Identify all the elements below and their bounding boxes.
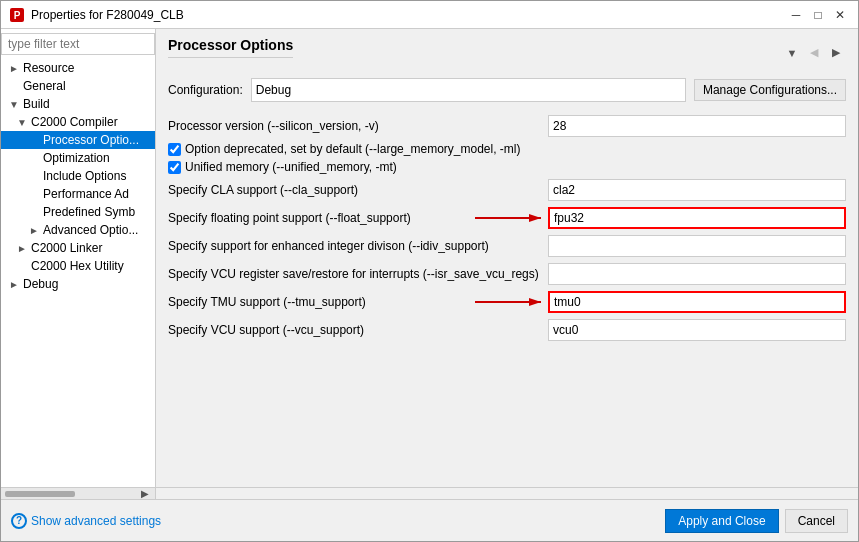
option-value-wrapper-isr	[548, 263, 846, 285]
sidebar-item-processoroptions[interactable]: Processor Optio...	[1, 131, 155, 149]
option-row-isr-save: Specify VCU register save/restore for in…	[168, 260, 846, 288]
sidebar-scrollbar-area: ▶	[1, 488, 156, 499]
sidebar-item-build[interactable]: ▼ Build	[1, 95, 155, 113]
title-bar: P Properties for F280049_CLB ─ □ ✕	[1, 1, 858, 29]
vcu-support-select[interactable]: vcu0	[548, 319, 846, 341]
sidebar-scroll-strip: ▶	[1, 487, 858, 499]
configuration-label: Configuration:	[168, 83, 243, 97]
app-icon: P	[9, 7, 25, 23]
option-value-wrapper-processor-version: 28	[548, 115, 846, 137]
svg-text:P: P	[14, 10, 21, 21]
option-row-float-support: Specify floating point support (--float_…	[168, 204, 846, 232]
option-label-processor-version: Processor version (--silicon_version, -v…	[168, 119, 548, 133]
manage-configurations-button[interactable]: Manage Configurations...	[694, 79, 846, 101]
expand-arrow-build: ▼	[9, 99, 21, 110]
help-icon[interactable]: ?	[11, 513, 27, 529]
sidebar-item-resource[interactable]: ► Resource	[1, 59, 155, 77]
sidebar-item-debug[interactable]: ► Debug	[1, 275, 155, 293]
bottom-left: ? Show advanced settings	[11, 513, 161, 529]
option-label-float-support: Specify floating point support (--float_…	[168, 211, 548, 225]
minimize-button[interactable]: ─	[786, 5, 806, 25]
title-bar-controls: ─ □ ✕	[786, 5, 850, 25]
unified-memory-checkbox[interactable]	[168, 161, 181, 174]
nav-forward-button[interactable]: ▶	[826, 43, 846, 63]
idiv-support-select[interactable]	[548, 235, 846, 257]
nav-menu-button[interactable]: ▼	[782, 43, 802, 63]
deprecated-checkbox[interactable]	[168, 143, 181, 156]
dialog-title: Properties for F280049_CLB	[31, 8, 184, 22]
option-label-tmu-support: Specify TMU support (--tmu_support)	[168, 295, 548, 309]
sidebar-item-c2000compiler[interactable]: ▼ C2000 Compiler	[1, 113, 155, 131]
sidebar: ► Resource General ▼ Build ▼ C2000 Compi…	[1, 29, 156, 487]
scroll-right-button[interactable]: ▶	[139, 488, 151, 500]
apply-and-close-button[interactable]: Apply and Close	[665, 509, 778, 533]
sidebar-item-advancedoption[interactable]: ► Advanced Optio...	[1, 221, 155, 239]
option-label-cla-support: Specify CLA support (--cla_support)	[168, 183, 548, 197]
option-row-processor-version: Processor version (--silicon_version, -v…	[168, 112, 846, 140]
option-label-idiv-support: Specify support for enhanced integer div…	[168, 239, 548, 253]
cla-support-select[interactable]: cla2	[548, 179, 846, 201]
option-value-wrapper-idiv	[548, 235, 846, 257]
processor-version-select[interactable]: 28	[548, 115, 846, 137]
deprecated-label: Option deprecated, set by default (--lar…	[185, 142, 520, 156]
option-row-tmu-support: Specify TMU support (--tmu_support) tmu0	[168, 288, 846, 316]
option-row-deprecated: Option deprecated, set by default (--lar…	[168, 140, 846, 158]
cancel-button[interactable]: Cancel	[785, 509, 848, 533]
option-label-vcu-support: Specify VCU support (--vcu_support)	[168, 323, 548, 337]
content-header: Processor Options ▼ ◀ ▶	[168, 37, 846, 68]
expand-arrow-c2000linker: ►	[17, 243, 29, 254]
filter-input[interactable]	[1, 33, 155, 55]
expand-arrow-debug: ►	[9, 279, 21, 290]
sidebar-item-predefinedsymb[interactable]: Predefined Symb	[1, 203, 155, 221]
option-row-cla-support: Specify CLA support (--cla_support) cla2	[168, 176, 846, 204]
unified-memory-label: Unified memory (--unified_memory, -mt)	[185, 160, 397, 174]
expand-arrow-advancedoption: ►	[29, 225, 41, 236]
option-row-unified-memory: Unified memory (--unified_memory, -mt)	[168, 158, 846, 176]
nav-back-button[interactable]: ◀	[804, 43, 824, 63]
sidebar-item-includeoptions[interactable]: Include Options	[1, 167, 155, 185]
float-support-select[interactable]: fpu32	[548, 207, 846, 229]
sidebar-item-optimization[interactable]: Optimization	[1, 149, 155, 167]
close-button[interactable]: ✕	[830, 5, 850, 25]
show-advanced-settings-link[interactable]: Show advanced settings	[31, 514, 161, 528]
content-area: Processor Options ▼ ◀ ▶ Configuration: D…	[156, 29, 858, 487]
main-content: ► Resource General ▼ Build ▼ C2000 Compi…	[1, 29, 858, 487]
content-scroll-strip	[156, 488, 858, 499]
option-row-idiv-support: Specify support for enhanced integer div…	[168, 232, 846, 260]
option-value-wrapper-vcu: vcu0	[548, 319, 846, 341]
option-value-wrapper-float: fpu32	[548, 207, 846, 229]
expand-arrow-c2000compiler: ▼	[17, 117, 29, 128]
bottom-bar: ? Show advanced settings Apply and Close…	[1, 499, 858, 541]
tmu-support-select[interactable]: tmu0	[548, 291, 846, 313]
sidebar-item-general[interactable]: General	[1, 77, 155, 95]
sidebar-item-c2000hexutility[interactable]: C2000 Hex Utility	[1, 257, 155, 275]
title-bar-left: P Properties for F280049_CLB	[9, 7, 184, 23]
sidebar-item-performancead[interactable]: Performance Ad	[1, 185, 155, 203]
maximize-button[interactable]: □	[808, 5, 828, 25]
section-title: Processor Options	[168, 37, 293, 58]
expand-arrow-resource: ►	[9, 63, 21, 74]
isr-save-select[interactable]	[548, 263, 846, 285]
config-row: Configuration: Debug Manage Configuratio…	[168, 78, 846, 102]
bottom-right: Apply and Close Cancel	[665, 509, 848, 533]
configuration-select[interactable]: Debug	[251, 78, 686, 102]
nav-icons: ▼ ◀ ▶	[782, 43, 846, 63]
option-value-wrapper-cla: cla2	[548, 179, 846, 201]
option-row-vcu-support: Specify VCU support (--vcu_support) vcu0	[168, 316, 846, 344]
option-label-isr-save: Specify VCU register save/restore for in…	[168, 267, 548, 281]
option-value-wrapper-tmu: tmu0	[548, 291, 846, 313]
sidebar-scrollbar-thumb[interactable]	[5, 491, 75, 497]
properties-dialog: P Properties for F280049_CLB ─ □ ✕ ► Res…	[0, 0, 859, 542]
sidebar-item-c2000linker[interactable]: ► C2000 Linker	[1, 239, 155, 257]
